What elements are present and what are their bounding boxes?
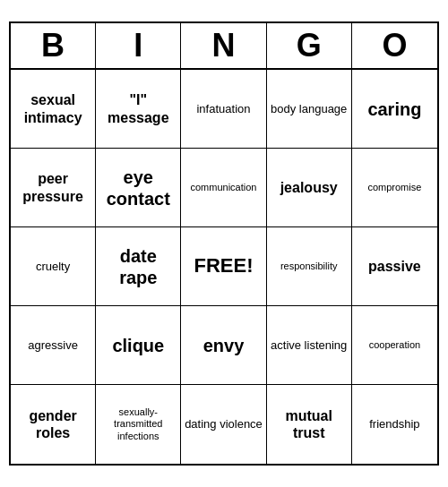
bingo-cell: friendship <box>352 385 437 464</box>
bingo-cell: "I" message <box>96 70 181 149</box>
bingo-cell: compromise <box>352 149 437 227</box>
bingo-cell: jealousy <box>267 149 352 227</box>
bingo-cell: communication <box>181 149 266 227</box>
header-letter: I <box>96 23 181 68</box>
bingo-cell: caring <box>352 70 437 149</box>
bingo-cell: mutual trust <box>267 385 352 464</box>
bingo-cell: gender roles <box>11 385 96 464</box>
bingo-cell: FREE! <box>181 227 266 306</box>
bingo-cell: sexually-transmitted infections <box>96 385 181 464</box>
header-letter: G <box>267 23 352 68</box>
bingo-cell: passive <box>352 227 437 306</box>
bingo-grid: sexual intimacy"I" messageinfatuationbod… <box>11 70 437 464</box>
bingo-cell: eye contact <box>96 149 181 227</box>
bingo-cell: date rape <box>96 227 181 306</box>
bingo-cell: cooperation <box>352 306 437 385</box>
bingo-card: BINGO sexual intimacy"I" messageinfatuat… <box>9 21 439 466</box>
bingo-cell: envy <box>181 306 266 385</box>
header-letter: B <box>11 23 96 68</box>
bingo-cell: infatuation <box>181 70 266 149</box>
bingo-cell: dating violence <box>181 385 266 464</box>
bingo-cell: peer pressure <box>11 149 96 227</box>
bingo-cell: sexual intimacy <box>11 70 96 149</box>
header-letter: N <box>181 23 266 68</box>
bingo-header: BINGO <box>11 23 437 70</box>
bingo-cell: responsibility <box>267 227 352 306</box>
bingo-cell: agressive <box>11 306 96 385</box>
bingo-cell: cruelty <box>11 227 96 306</box>
bingo-cell: body language <box>267 70 352 149</box>
bingo-cell: clique <box>96 306 181 385</box>
header-letter: O <box>352 23 437 68</box>
bingo-cell: active listening <box>267 306 352 385</box>
